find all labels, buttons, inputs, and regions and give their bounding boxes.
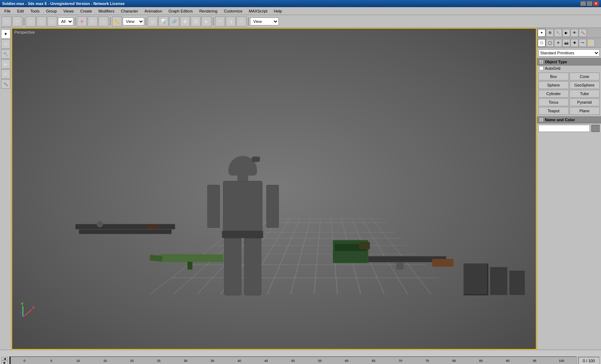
soldier-body xyxy=(222,156,263,295)
box-button[interactable]: Box xyxy=(538,73,569,80)
render-scene-button[interactable]: 🖼 xyxy=(191,16,201,26)
maximize-button[interactable]: □ xyxy=(587,1,592,6)
toolbar-sep-5 xyxy=(213,17,214,26)
menu-views[interactable]: Views xyxy=(60,7,77,15)
t-20: 20 xyxy=(118,359,145,363)
select-button[interactable]: ▷ xyxy=(26,16,36,26)
t-0: 0 xyxy=(11,359,38,363)
toolbar-sep-4 xyxy=(146,17,146,26)
t-15: 15 xyxy=(92,359,118,363)
t-55: 55 xyxy=(307,359,333,363)
pyramid-button[interactable]: Pyramid xyxy=(570,98,600,106)
close-button[interactable]: ✕ xyxy=(593,1,599,6)
plane-button[interactable]: Plane xyxy=(570,107,600,115)
select-filter-button[interactable]: ◎ xyxy=(47,16,57,26)
geosphere-button[interactable]: GeoSphere xyxy=(570,81,600,89)
utilities-panel-btn[interactable]: 🔨 xyxy=(1,79,10,89)
select-region-button[interactable]: ⬚ xyxy=(36,16,47,26)
hierarchy-panel-btn[interactable]: 🔧 xyxy=(1,49,10,59)
create-icon[interactable]: ✦ xyxy=(538,29,546,37)
modify-icon[interactable]: ⚙ xyxy=(546,29,554,37)
menu-maxscript[interactable]: MAXScript xyxy=(246,7,270,15)
menu-file[interactable]: File xyxy=(1,7,14,15)
ref-coord-dropdown[interactable]: View xyxy=(123,18,144,25)
menu-character[interactable]: Character xyxy=(118,7,141,15)
menu-rendering[interactable]: Rendering xyxy=(196,7,220,15)
soldier-belt xyxy=(222,231,263,238)
timeline-scroll-right[interactable]: ▶ xyxy=(1,361,8,364)
progress-indicator[interactable]: 0 / 100 xyxy=(578,357,600,364)
hierarchy-icon[interactable]: 🔧 xyxy=(554,29,562,37)
menu-create[interactable]: Create xyxy=(77,7,95,15)
menu-customize[interactable]: Customize xyxy=(221,7,245,15)
menu-modifiers[interactable]: Modifiers xyxy=(96,7,117,15)
menu-animation[interactable]: Animation xyxy=(142,7,165,15)
menu-edit[interactable]: Edit xyxy=(14,7,27,15)
scale-button[interactable]: ⬡ xyxy=(98,16,108,26)
torus-button[interactable]: Torus xyxy=(538,98,569,106)
right-panel: ✦ ⚙ 🔧 ▶ 👁 🔨 ⬡ ◯ ☀ 📷 ✚ 〜 ⚡ Standard Primi… xyxy=(537,28,601,350)
autogrid-checkbox[interactable] xyxy=(539,66,543,70)
motion-icon[interactable]: ▶ xyxy=(562,29,570,37)
systems-icon[interactable]: ⚡ xyxy=(587,39,595,47)
redo-button[interactable]: ↪ xyxy=(12,16,22,26)
object-type-collapse[interactable]: - xyxy=(539,60,543,64)
geometry-icon[interactable]: ⬡ xyxy=(538,39,546,47)
menu-help[interactable]: Help xyxy=(271,7,285,15)
title-bar-buttons: _ □ ✕ xyxy=(580,1,599,6)
minimize-button[interactable]: _ xyxy=(580,1,586,6)
color-swatch[interactable] xyxy=(591,125,600,132)
name-color-collapse[interactable]: - xyxy=(539,118,543,122)
sphere-button[interactable]: Sphere xyxy=(538,81,569,89)
display-icon[interactable]: 👁 xyxy=(571,29,578,37)
utility-icon[interactable]: 🔨 xyxy=(579,29,587,37)
render-button[interactable]: ▶ xyxy=(201,16,211,26)
spacewarps-icon[interactable]: 〜 xyxy=(579,39,587,47)
t-100: 100 xyxy=(548,359,575,363)
select-filter-dropdown[interactable]: All xyxy=(58,18,73,25)
motion-panel-btn[interactable]: ▶ xyxy=(1,59,10,69)
axis-indicator: X Y xyxy=(19,302,37,320)
rotate-button[interactable]: ↻ xyxy=(88,16,98,26)
axis-svg: X Y xyxy=(19,302,37,320)
soldier-arms xyxy=(207,185,279,228)
soldier-neck xyxy=(237,176,248,181)
std-primitives-dropdown[interactable]: Standard Primitives Extended Primitives … xyxy=(538,49,600,56)
menu-graph-editors[interactable]: Graph Editors xyxy=(166,7,196,15)
tube-button[interactable]: Tube xyxy=(570,90,600,98)
box-2 xyxy=(490,267,508,295)
timeline-track[interactable]: 0 5 10 15 20 25 30 35 40 45 50 55 60 65 … xyxy=(9,356,577,364)
modify-panel-btn[interactable]: ⚙ xyxy=(1,39,10,49)
soldier-upper xyxy=(222,181,263,231)
layers-button[interactable]: ▤ xyxy=(148,16,158,26)
menu-tools[interactable]: Tools xyxy=(28,7,43,15)
title-bar: Soldier.max - 3ds max 5 - Unregistered V… xyxy=(0,0,601,7)
ref-coord-button[interactable]: 📐 xyxy=(112,16,122,26)
render-type-button[interactable]: % xyxy=(215,16,225,26)
teapot-button[interactable]: Teapot xyxy=(538,107,569,115)
ak-stock xyxy=(432,259,454,267)
track-view-button[interactable]: 📊 xyxy=(158,16,168,26)
named-selections-button[interactable]: A xyxy=(236,16,246,26)
view-type-dropdown[interactable]: View xyxy=(250,18,279,25)
schematic-button[interactable]: 🔗 xyxy=(169,16,179,26)
second-rifle xyxy=(79,229,172,234)
cameras-icon[interactable]: 📷 xyxy=(562,39,570,47)
viewport[interactable]: Perspective xyxy=(11,28,537,350)
cylinder-button[interactable]: Cylinder xyxy=(538,90,569,98)
timeline-scroll-left[interactable]: ◀ xyxy=(1,357,8,360)
active-shade-button[interactable]: ◑ xyxy=(226,16,236,26)
box-1 xyxy=(463,263,488,295)
create-panel-btn[interactable]: ✦ xyxy=(1,29,10,39)
menu-group[interactable]: Group xyxy=(43,7,60,15)
material-editor-button[interactable]: ⬢ xyxy=(180,16,190,26)
name-input[interactable] xyxy=(538,125,590,132)
move-button[interactable]: ✛ xyxy=(77,16,87,26)
display-panel-btn[interactable]: 👁 xyxy=(1,69,10,79)
t-75: 75 xyxy=(414,359,441,363)
lights-icon[interactable]: ☀ xyxy=(554,39,562,47)
shapes-icon[interactable]: ◯ xyxy=(546,39,554,47)
cone-button[interactable]: Cone xyxy=(570,73,600,80)
helpers-icon[interactable]: ✚ xyxy=(571,39,578,47)
undo-button[interactable]: ↩ xyxy=(1,16,11,26)
